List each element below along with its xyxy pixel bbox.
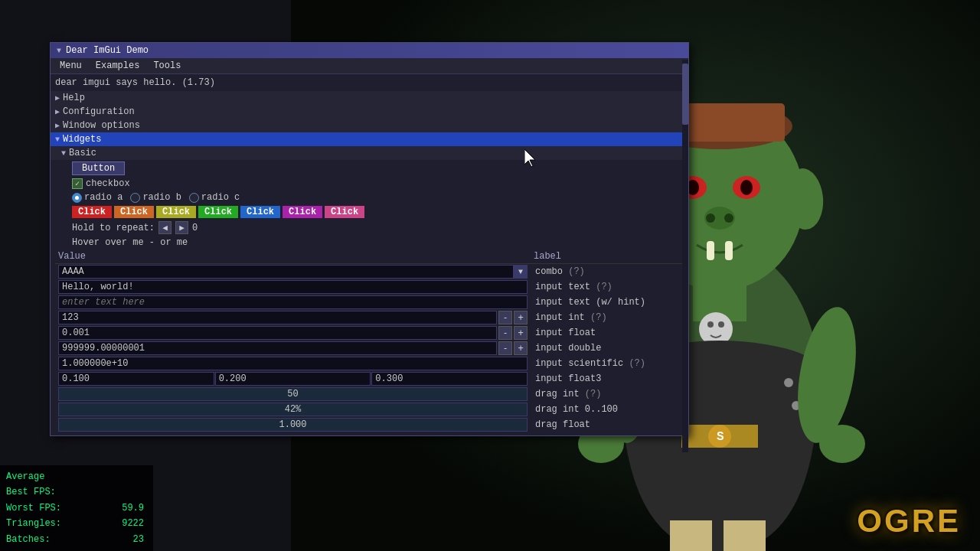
avg-fps-label: Average xyxy=(6,469,44,484)
svg-rect-32 xyxy=(724,520,766,551)
click-btn-purple[interactable]: Click xyxy=(283,206,322,218)
window-content: dear imgui says hello. (1.73) ▶ Help ▶ C… xyxy=(51,74,688,435)
svg-point-11 xyxy=(724,214,733,223)
svg-rect-31 xyxy=(670,520,712,551)
section-basic[interactable]: ▼ Basic xyxy=(51,146,688,160)
widget-table-area: Value label AAAA ▼ xyxy=(51,249,688,435)
worst-fps-value: 59.9 xyxy=(122,500,144,516)
input-double-plus[interactable]: + xyxy=(514,341,528,355)
ogre-logo: OGRE xyxy=(857,503,961,540)
click-btn-green[interactable]: Click xyxy=(198,206,238,218)
drag-float[interactable]: 1.000 xyxy=(58,418,528,432)
input-float3-x[interactable] xyxy=(58,372,214,386)
click-btn-pink[interactable]: Click xyxy=(325,206,364,218)
input-double-minus[interactable]: - xyxy=(498,341,512,355)
click-btn-red[interactable]: Click xyxy=(72,206,112,218)
table-row: - + input float xyxy=(55,325,684,341)
section-widgets[interactable]: ▼ Widgets xyxy=(51,132,688,146)
section-configuration[interactable]: ▶ Configuration xyxy=(51,105,688,119)
checkbox-row: ✓ checkbox xyxy=(72,177,688,191)
section-configuration-arrow: ▶ xyxy=(55,107,60,116)
hold-to-repeat-label: Hold to repeat: xyxy=(72,223,155,233)
input-text-label: input text (?) xyxy=(531,279,684,295)
drag-float-label: drag float xyxy=(531,417,684,432)
radio-c[interactable]: radio c xyxy=(189,192,240,203)
input-float[interactable] xyxy=(58,326,497,340)
radio-b[interactable]: radio b xyxy=(130,192,181,203)
radio-c-label: radio c xyxy=(201,192,240,203)
combo-input[interactable]: AAAA xyxy=(58,265,514,279)
click-btn-orange[interactable]: Click xyxy=(114,206,154,218)
input-text-hint[interactable] xyxy=(58,295,528,309)
section-basic-arrow: ▼ xyxy=(61,149,66,158)
section-widgets-label: Widgets xyxy=(63,134,101,145)
table-row: input scientific (?) xyxy=(55,356,684,371)
titlebar-arrow: ▼ xyxy=(57,47,61,55)
input-double-label: input double xyxy=(531,341,684,356)
svg-point-10 xyxy=(706,214,715,223)
table-row: AAAA ▼ combo (?) xyxy=(55,264,684,280)
table-row: 42% drag int 0..100 xyxy=(55,402,684,417)
input-float-plus[interactable]: + xyxy=(514,326,528,340)
section-window-options-label: Window options xyxy=(63,120,140,131)
drag-int-range[interactable]: 42% xyxy=(58,403,528,416)
svg-point-19 xyxy=(718,321,724,328)
hello-text: dear imgui says hello. (1.73) xyxy=(51,74,688,91)
repeat-increment[interactable]: ▶ xyxy=(175,221,188,234)
repeat-decrement[interactable]: ◀ xyxy=(158,221,172,234)
input-scientific[interactable] xyxy=(58,357,528,370)
triangles-value: 9222 xyxy=(122,516,144,531)
drag-int[interactable]: 50 xyxy=(58,387,528,401)
radio-b-label: radio b xyxy=(142,192,181,203)
svg-point-18 xyxy=(707,321,714,328)
hold-to-repeat-row: Hold to repeat: ◀ ▶ 0 xyxy=(72,220,688,236)
section-help[interactable]: ▶ Help xyxy=(51,91,688,105)
input-float3-z[interactable] xyxy=(371,372,528,386)
checkbox-control[interactable]: ✓ xyxy=(72,178,83,189)
click-btn-yellow[interactable]: Click xyxy=(156,206,196,218)
menu-item-tools[interactable]: Tools xyxy=(147,60,187,72)
table-header-row: Value label xyxy=(55,249,684,264)
radio-a[interactable]: radio a xyxy=(72,192,122,203)
drag-int-range-label: drag int 0..100 xyxy=(531,402,684,417)
input-text-hint-label: input text (w/ hint) xyxy=(531,295,684,310)
click-btn-blue[interactable]: Click xyxy=(240,206,280,218)
header-label: label xyxy=(531,249,684,264)
table-row: 50 drag int (?) xyxy=(55,386,684,402)
titlebar[interactable]: ▼ Dear ImGui Demo xyxy=(51,43,688,58)
click-buttons-row: Click Click Click Click Click Click Clic… xyxy=(72,204,688,220)
repeat-value: 0 xyxy=(192,223,198,233)
radio-b-dot xyxy=(130,193,140,203)
imgui-demo-window: ▼ Dear ImGui Demo Menu Examples Tools de… xyxy=(50,42,689,436)
combo-dropdown-arrow[interactable]: ▼ xyxy=(514,265,528,279)
radio-c-dot xyxy=(189,193,199,203)
input-int[interactable] xyxy=(58,311,497,324)
radio-a-label: radio a xyxy=(84,192,122,203)
section-configuration-label: Configuration xyxy=(63,106,135,117)
widgets-content: ▼ Basic Button ✓ checkbox xyxy=(51,146,688,435)
best-fps-label: Best FPS: xyxy=(6,484,56,500)
menubar: Menu Examples Tools xyxy=(51,58,688,74)
menu-item-examples[interactable]: Examples xyxy=(90,60,146,72)
input-int-plus[interactable]: + xyxy=(514,311,528,324)
svg-rect-12 xyxy=(707,241,714,260)
section-window-options-arrow: ▶ xyxy=(55,121,60,130)
input-scientific-label: input scientific (?) xyxy=(531,356,684,371)
batches-value: 23 xyxy=(133,532,144,547)
section-widgets-arrow: ▼ xyxy=(55,135,60,144)
basic-button[interactable]: Button xyxy=(72,161,125,175)
input-float-minus[interactable]: - xyxy=(498,326,512,340)
checkbox-label: checkbox xyxy=(86,178,130,189)
worst-fps-label: Worst FPS: xyxy=(6,500,61,516)
scrollbar[interactable] xyxy=(682,60,688,452)
input-int-minus[interactable]: - xyxy=(498,311,512,324)
input-float3-y[interactable] xyxy=(215,372,371,386)
batches-label: Batches: xyxy=(6,532,51,547)
svg-point-21 xyxy=(784,378,793,387)
input-double[interactable] xyxy=(58,341,497,355)
svg-text:S: S xyxy=(717,430,724,444)
menu-item-menu[interactable]: Menu xyxy=(54,60,88,72)
table-row: input text (w/ hint) xyxy=(55,295,684,310)
section-window-options[interactable]: ▶ Window options xyxy=(51,119,688,132)
input-text[interactable] xyxy=(58,280,528,294)
